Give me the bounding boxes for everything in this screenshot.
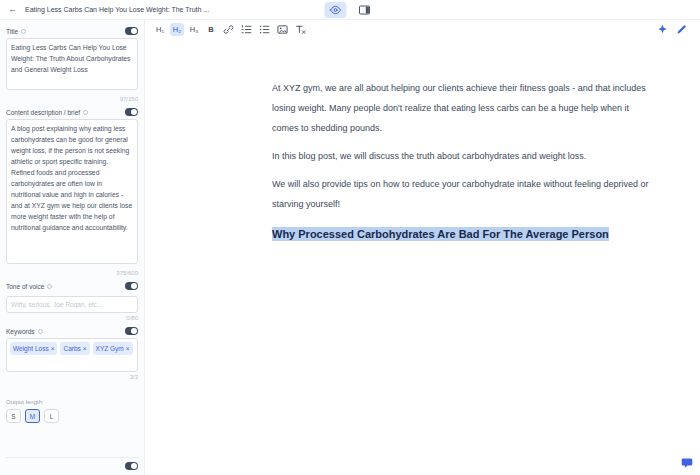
view-mode-controls [325, 0, 376, 19]
toggle-knob [131, 328, 137, 334]
layout-panel-button[interactable] [354, 2, 376, 18]
info-icon [21, 29, 26, 34]
document-title: Eating Less Carbs Can Help You Lose Weig… [25, 6, 209, 13]
help-chat-button[interactable] [681, 457, 693, 469]
title-field-section: Title Eating Less Carbs Can Help You Los… [6, 27, 138, 108]
brief-field-label: Content description / brief [6, 109, 80, 116]
brief-field-header: Content description / brief [6, 108, 138, 116]
insert-image-button[interactable] [275, 23, 290, 36]
title-field-header: Title [6, 27, 138, 35]
chip-remove-icon[interactable]: × [83, 344, 87, 353]
sidebar-layout-icon [359, 4, 371, 16]
bold-button[interactable]: B [204, 23, 218, 36]
paragraph: We will also provide tips on how to redu… [272, 174, 650, 214]
app-window: ← Eating Less Carbs Can Help You Lose We… [0, 0, 700, 475]
ordered-list-icon [241, 24, 252, 35]
keyword-chip-label: XYZ Gym [96, 344, 124, 353]
info-icon [83, 110, 88, 115]
sparkle-icon [657, 24, 668, 35]
output-length-selector: S M L [6, 409, 138, 423]
eye-icon [330, 4, 342, 16]
tone-field-header: Tone of voice [6, 282, 138, 290]
info-icon [38, 329, 43, 334]
chip-remove-icon[interactable]: × [51, 344, 55, 353]
chat-bubble-icon [681, 457, 693, 469]
tone-field-label: Tone of voice [6, 283, 44, 290]
ai-compose-button[interactable] [657, 24, 668, 35]
link-icon [223, 24, 234, 35]
keyword-chip: Weight Loss × [10, 342, 57, 355]
image-icon [277, 24, 288, 35]
document-body[interactable]: At XYZ gym, we are all about helping our… [145, 38, 700, 240]
keyword-chip-label: Carbs [63, 344, 80, 353]
topbar: ← Eating Less Carbs Can Help You Lose We… [0, 0, 700, 20]
bullet-list-button[interactable] [257, 23, 272, 36]
toggle-knob [131, 283, 137, 289]
section-heading: Why Processed Carbohydrates Are Bad For … [272, 228, 650, 240]
brief-field-toggle[interactable] [125, 108, 138, 116]
editor-panel: H₁ H₂ H₃ B [145, 20, 700, 475]
keywords-input[interactable]: Weight Loss × Carbs × XYZ Gym × [6, 338, 138, 372]
output-length-section: Output length S M L [6, 386, 138, 423]
ordered-list-button[interactable] [239, 23, 254, 36]
back-button[interactable]: ← [8, 5, 17, 14]
output-length-m-button[interactable]: M [25, 409, 40, 423]
selected-heading-text: Why Processed Carbohydrates Are Bad For … [272, 227, 609, 241]
clear-formatting-button[interactable] [293, 23, 308, 36]
brief-char-count: 375/600 [6, 270, 138, 276]
input-sidebar: Title Eating Less Carbs Can Help You Los… [0, 20, 145, 475]
keywords-field-header: Keywords [6, 327, 138, 335]
info-icon [47, 284, 52, 289]
keywords-field-section: Keywords Weight Loss × Carbs × XYZ Gym [6, 327, 138, 386]
tone-field-section: Tone of voice 0/80 [6, 282, 138, 327]
output-length-s-button[interactable]: S [6, 409, 21, 423]
brief-field-section: Content description / brief A blog post … [6, 108, 138, 282]
output-length-l-button[interactable]: L [44, 409, 59, 423]
tone-input[interactable] [6, 296, 138, 313]
keyword-chip: XYZ Gym × [93, 342, 133, 355]
heading1-button[interactable]: H₁ [153, 23, 167, 36]
title-char-count: 97/150 [6, 96, 138, 102]
sidebar-footer [6, 457, 138, 470]
tone-field-toggle[interactable] [125, 282, 138, 290]
edit-mode-button[interactable] [676, 24, 687, 35]
link-button[interactable] [221, 23, 236, 36]
formatting-toolbar: H₁ H₂ H₃ B [145, 20, 700, 38]
paragraph: At XYZ gym, we are all about helping our… [272, 78, 650, 138]
keywords-field-label: Keywords [6, 328, 35, 335]
keywords-count: 3/3 [6, 374, 138, 380]
keyword-chip: Carbs × [60, 342, 89, 355]
heading2-button[interactable]: H₂ [170, 23, 184, 36]
app-body: Title Eating Less Carbs Can Help You Los… [0, 20, 700, 475]
editor-actions [657, 24, 692, 35]
toggle-knob [131, 109, 137, 115]
keywords-field-toggle[interactable] [125, 327, 138, 335]
bullet-list-icon [259, 24, 270, 35]
preview-eye-button[interactable] [325, 2, 347, 18]
brief-input[interactable]: A blog post explaining why eating less c… [6, 119, 138, 264]
keyword-chip-label: Weight Loss [13, 344, 49, 353]
output-length-label: Output length [6, 399, 138, 405]
title-field-toggle[interactable] [125, 27, 138, 35]
pencil-icon [676, 24, 687, 35]
chip-remove-icon[interactable]: × [126, 344, 130, 353]
title-input[interactable]: Eating Less Carbs Can Help You Lose Weig… [6, 38, 138, 90]
heading3-button[interactable]: H₃ [187, 23, 201, 36]
clear-formatting-icon [295, 24, 306, 35]
tone-char-count: 0/80 [6, 315, 138, 321]
paragraph: In this blog post, we will discuss the t… [272, 146, 650, 166]
sidebar-footer-toggle[interactable] [125, 462, 138, 470]
toggle-knob [131, 463, 137, 469]
toggle-knob [131, 28, 137, 34]
title-field-label: Title [6, 28, 18, 35]
